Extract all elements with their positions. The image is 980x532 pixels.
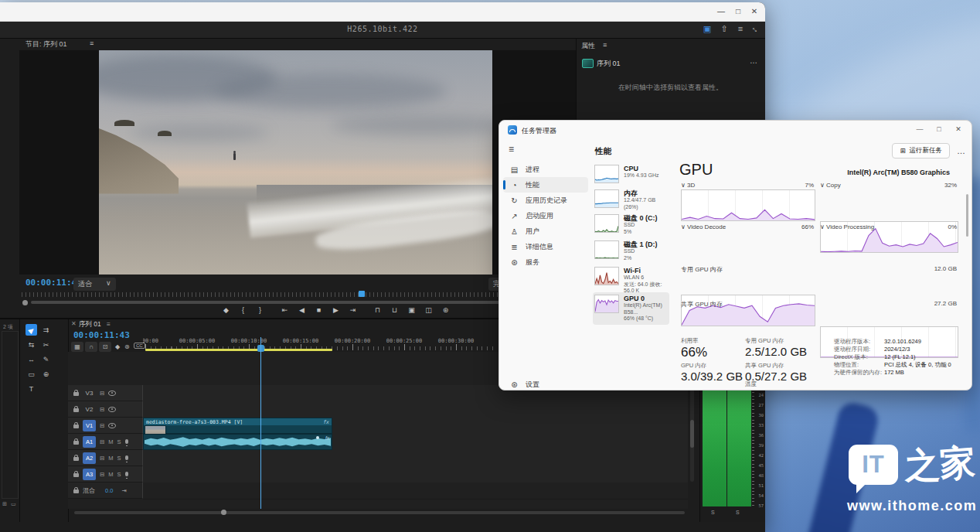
sidebar-item-users[interactable]: ♙ 用户 — [503, 223, 588, 239]
mute-button[interactable]: M — [108, 455, 113, 462]
solo-button[interactable]: S — [117, 455, 121, 462]
run-new-task-button[interactable]: ⊞ 运行新任务 — [892, 143, 950, 159]
premiere-minimize-button[interactable]: — — [714, 5, 728, 18]
project-bin-area[interactable] — [2, 331, 19, 499]
track-label[interactable]: V2 — [83, 406, 96, 413]
track-label[interactable]: V1 — [83, 420, 96, 431]
properties-more-icon[interactable]: … — [750, 56, 757, 65]
sidebar-item-performance[interactable]: ◔ 性能 — [503, 177, 588, 193]
timeline-marker-icon[interactable]: ◆ — [115, 343, 120, 350]
go-to-out-icon[interactable]: ⇥ — [348, 306, 358, 314]
trash-icon[interactable]: ▭ — [11, 501, 16, 507]
comparison-view-icon[interactable]: ◫ — [424, 306, 434, 314]
solo-button[interactable]: S — [117, 471, 121, 478]
selection-tool[interactable]: ▶ — [26, 324, 37, 336]
premiere-titlebar[interactable]: — □ ✕ — [0, 2, 765, 22]
voiceover-record-icon[interactable] — [125, 472, 128, 476]
scrollbar-handle[interactable] — [690, 420, 694, 448]
more-options-icon[interactable]: … — [957, 146, 965, 155]
insert-overwrite-icon[interactable]: ▦ — [71, 342, 83, 352]
source-patch-icon[interactable]: ⊟ — [100, 390, 104, 397]
hand-tool[interactable]: ⊕ — [40, 368, 52, 380]
perf-item-cpu[interactable]: CPU 19% 4.93 GHz — [593, 162, 669, 186]
tm-maximize-button[interactable]: □ — [931, 123, 948, 135]
tm-minimize-button[interactable]: — — [911, 123, 928, 135]
voiceover-record-icon[interactable] — [125, 455, 128, 460]
sidebar-item-services[interactable]: ⊛ 服务 — [503, 254, 588, 270]
lock-icon[interactable] — [73, 473, 79, 477]
pen-tool[interactable]: ✎ — [40, 353, 52, 365]
voiceover-record-icon[interactable] — [125, 439, 128, 444]
track-visibility-icon[interactable] — [108, 407, 116, 412]
audio-clip[interactable]: fx — [143, 434, 332, 450]
timeline-tab[interactable]: 序列 01 — [79, 320, 101, 329]
chart-label-video-processing[interactable]: ∨ Video Processing — [820, 223, 874, 230]
snap-icon[interactable]: ∩ — [85, 342, 97, 352]
chart-label-3d[interactable]: ∨ 3D — [681, 182, 695, 189]
premiere-maximize-button[interactable]: □ — [731, 5, 745, 18]
source-patch-icon[interactable]: ⊟ — [100, 406, 104, 413]
timeline-settings-icon[interactable]: ⊛ — [124, 343, 130, 350]
monitor-mini-ruler[interactable] — [22, 292, 563, 297]
ripple-edit-tool[interactable]: ⇆ — [26, 339, 37, 350]
timeline-timecode[interactable]: 00:00:11:43 — [73, 330, 130, 340]
monitor-playhead[interactable] — [359, 291, 365, 297]
zoom-level-dropdown[interactable]: 适合 ∨ — [73, 278, 116, 291]
video-clip[interactable]: mediastorm-free-a7s3-003.MP4 [V] fx — [143, 418, 332, 434]
source-patch-icon[interactable]: ⊟ — [100, 438, 104, 445]
sidebar-item-startup[interactable]: ↗ 启动应用 — [503, 208, 588, 223]
track-label[interactable]: A3 — [83, 469, 96, 480]
lock-icon[interactable] — [73, 457, 79, 461]
workspace-icon[interactable]: ▣ — [700, 24, 714, 34]
step-forward-icon[interactable]: ▶ — [331, 306, 341, 314]
sidebar-item-app-history[interactable]: ↻ 应用历史记录 — [503, 193, 588, 208]
tm-close-button[interactable]: ✕ — [950, 123, 967, 135]
lock-icon[interactable] — [73, 408, 79, 412]
properties-panel-tab[interactable]: 属性 — [581, 41, 595, 51]
mute-button[interactable]: M — [108, 438, 113, 445]
share-icon[interactable]: ⇧ — [717, 24, 731, 34]
monitor-scrollbar[interactable] — [31, 301, 541, 304]
sidebar-item-details[interactable]: ≣ 详细信息 — [503, 239, 588, 254]
track-header-a2[interactable]: A2 ⊟ M S — [68, 450, 143, 466]
type-tool[interactable]: T — [26, 383, 37, 394]
lock-icon[interactable] — [73, 441, 79, 445]
mute-button[interactable]: M — [108, 471, 113, 478]
perf-item-disk0[interactable]: 磁盘 0 (C:) SSD 5% — [593, 212, 669, 237]
track-label[interactable]: A2 — [83, 452, 96, 464]
track-lane-v1[interactable]: mediastorm-free-a7s3-003.MP4 [V] fx — [143, 418, 688, 435]
sidebar-item-processes[interactable]: ▤ 进程 — [503, 162, 588, 177]
track-lane-a1[interactable]: fx — [143, 434, 688, 451]
mix-gain-value[interactable]: 0.0 — [105, 487, 113, 494]
timeline-playhead-line[interactable] — [260, 352, 261, 509]
timeline-playhead-line[interactable] — [260, 337, 261, 353]
sidebar-item-settings[interactable]: ⊛ 设置 — [503, 377, 588, 390]
track-header-v1[interactable]: V1 ⊟ — [68, 418, 143, 434]
mix-out-icon[interactable]: ⇥ — [121, 487, 126, 494]
meter-solo-right[interactable]: S — [736, 510, 740, 515]
tm-scrollbar[interactable] — [966, 194, 968, 237]
track-header-v2[interactable]: V2 ⊟ — [68, 401, 143, 418]
export-frame-icon[interactable]: ▣ — [407, 306, 417, 314]
perf-item-disk1[interactable]: 磁盘 1 (D:) SSD 2% — [593, 238, 669, 264]
go-to-in-icon[interactable]: ⇤ — [280, 306, 290, 314]
lock-icon[interactable] — [73, 392, 79, 396]
menu-icon[interactable]: ≡ — [733, 24, 747, 33]
track-lane-a3[interactable] — [143, 466, 688, 483]
new-item-icon[interactable]: ⊞ — [2, 501, 7, 507]
timeline-zoom-handle[interactable] — [221, 510, 226, 515]
source-patch-icon[interactable]: ⊟ — [100, 471, 104, 478]
add-marker-icon[interactable]: ◆ — [221, 306, 231, 314]
track-lane-mix[interactable] — [143, 483, 688, 500]
chart-label-copy[interactable]: ∨ Copy — [820, 182, 841, 189]
razor-tool[interactable]: ✂ — [40, 339, 52, 350]
mark-out-icon[interactable]: } — [255, 306, 265, 314]
monitor-scroll-handle[interactable] — [22, 300, 28, 305]
tm-hamburger-icon[interactable]: ≡ — [509, 144, 514, 155]
linked-selection-icon[interactable]: ⊡ — [99, 342, 111, 352]
timeline-menu-icon[interactable]: ≡ — [107, 320, 111, 328]
track-select-tool[interactable]: ⇉ — [40, 324, 52, 336]
monitor-settings-icon[interactable]: ⊛ — [441, 306, 451, 314]
timeline-tab-close-icon[interactable]: ✕ — [71, 320, 77, 327]
track-header-v3[interactable]: V3 ⊟ — [68, 385, 143, 401]
